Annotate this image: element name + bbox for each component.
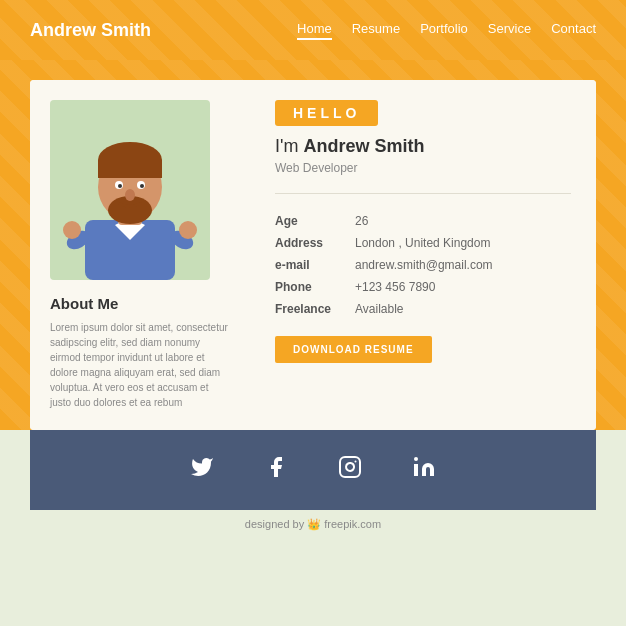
nav-service[interactable]: Service	[488, 21, 531, 40]
instagram-icon[interactable]	[338, 455, 362, 485]
divider	[275, 193, 571, 194]
footer: designed by 👑 freepik.com	[0, 510, 626, 539]
info-value: +123 456 7890	[355, 276, 571, 298]
info-value: Available	[355, 298, 571, 320]
about-me-text: Lorem ipsum dolor sit amet, consectetur …	[50, 320, 230, 410]
svg-rect-16	[340, 457, 360, 477]
nav-resume[interactable]: Resume	[352, 21, 400, 40]
svg-point-14	[63, 221, 81, 239]
header: Andrew Smith Home Resume Portfolio Servi…	[0, 0, 626, 60]
svg-point-11	[125, 189, 135, 201]
info-label: Phone	[275, 276, 355, 298]
hero-name: Andrew Smith	[303, 136, 424, 156]
info-label: Freelance	[275, 298, 355, 320]
page-background: About Me Lorem ipsum dolor sit amet, con…	[0, 60, 626, 430]
svg-rect-5	[98, 160, 162, 178]
table-row: Freelance Available	[275, 298, 571, 320]
nav-home[interactable]: Home	[297, 21, 332, 40]
avatar	[60, 115, 200, 280]
left-panel: About Me Lorem ipsum dolor sit amet, con…	[30, 80, 250, 430]
svg-point-15	[179, 221, 197, 239]
lower-background	[0, 430, 626, 510]
greeting-prefix: I'm	[275, 136, 303, 156]
facebook-icon[interactable]	[264, 455, 288, 485]
nav-portfolio[interactable]: Portfolio	[420, 21, 468, 40]
job-title: Web Developer	[275, 161, 571, 175]
table-row: Address London , United Kingdom	[275, 232, 571, 254]
svg-point-18	[414, 457, 418, 461]
info-label: e-mail	[275, 254, 355, 276]
right-panel: HELLO I'm Andrew Smith Web Developer Age…	[250, 80, 596, 430]
info-table: Age 26 Address London , United Kingdom e…	[275, 210, 571, 320]
info-label: Age	[275, 210, 355, 232]
social-bar	[30, 430, 596, 510]
main-nav: Home Resume Portfolio Service Contact	[297, 21, 596, 40]
table-row: e-mail andrew.smith@gmail.com	[275, 254, 571, 276]
about-me-title: About Me	[50, 295, 118, 312]
svg-point-9	[118, 184, 122, 188]
info-value: 26	[355, 210, 571, 232]
info-label: Address	[275, 232, 355, 254]
twitter-icon[interactable]	[190, 455, 214, 485]
linkedin-icon[interactable]	[412, 455, 436, 485]
nav-contact[interactable]: Contact	[551, 21, 596, 40]
site-logo: Andrew Smith	[30, 20, 151, 41]
avatar-container	[50, 100, 210, 280]
greeting-text: I'm Andrew Smith	[275, 136, 571, 157]
info-value: London , United Kingdom	[355, 232, 571, 254]
table-row: Phone +123 456 7890	[275, 276, 571, 298]
info-value: andrew.smith@gmail.com	[355, 254, 571, 276]
footer-text: designed by 👑 freepik.com	[245, 518, 381, 530]
hello-badge: HELLO	[275, 100, 378, 126]
download-resume-button[interactable]: DOWNLOAD RESUME	[275, 336, 432, 363]
svg-point-10	[140, 184, 144, 188]
table-row: Age 26	[275, 210, 571, 232]
main-card: About Me Lorem ipsum dolor sit amet, con…	[30, 80, 596, 430]
